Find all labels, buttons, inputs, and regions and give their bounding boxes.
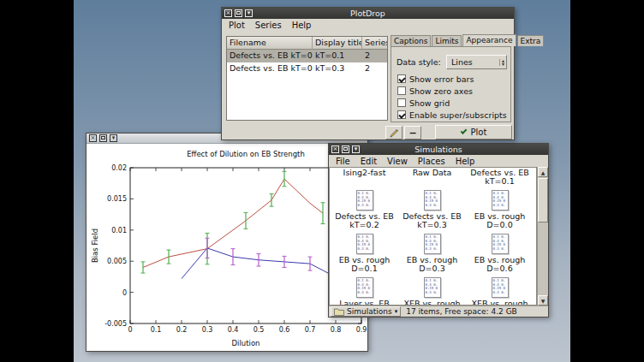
statusbar: Simulations ▾ 17 items, Free space: 4.2 …	[329, 306, 548, 317]
menu-view[interactable]: View	[382, 156, 413, 167]
data-style-value: Lines	[451, 57, 473, 67]
file-label: EB vs. rough D=0.6	[468, 256, 533, 273]
scroll-down-icon[interactable]: ▼	[538, 295, 548, 306]
file-item-xeb-rough-1[interactable]: 0.1 0. 0.4 0. 0.15 0 0.3 0. XEB vs. roug…	[398, 277, 466, 306]
svg-text:Bias Field: Bias Field	[91, 228, 99, 263]
window-menu-icon[interactable]: ▾	[110, 134, 117, 142]
table-row[interactable]: Defects vs. EB kT=0.3 kT=0.3 2	[227, 62, 387, 75]
cell-series: 2	[362, 62, 387, 75]
edit-series-button[interactable]	[385, 126, 402, 139]
column-header-filename[interactable]: Filename	[227, 37, 313, 50]
svg-text:0: 0	[128, 326, 132, 334]
svg-text:0.01: 0.01	[111, 227, 127, 234]
menu-plot[interactable]: Plot	[224, 20, 250, 31]
file-item-eb-rough-d03[interactable]: 0.1 0. 0.4 0. 0.15 0 0.3 0. EB vs. rough…	[398, 234, 466, 277]
window-menu-icon[interactable]: ▾	[352, 145, 360, 153]
document-preview-text: 0.1 0. 0.4 0. 0.15 0 0.3 0.	[358, 192, 372, 207]
file-label: Defects vs. EB kT=0.3	[400, 212, 465, 229]
svg-text:0.5: 0.5	[253, 326, 265, 334]
file-item-xeb-rough-2[interactable]: 0.1 0. 0.4 0. 0.15 0 0.3 0. XEB vs. roug…	[466, 277, 534, 306]
menu-help[interactable]: Help	[287, 20, 317, 31]
remove-series-button[interactable]: −	[404, 126, 421, 139]
plotdrop-titlebar[interactable]: × ▾ PlotDrop	[222, 8, 514, 19]
enable-superscripts-checkbox[interactable]: Enable super/subscripts	[397, 110, 507, 120]
data-style-combobox[interactable]: Lines ▴▾	[446, 55, 507, 69]
plotdrop-menubar: Plot Series Help	[222, 19, 514, 32]
svg-text:0.1: 0.1	[151, 326, 162, 334]
menu-help[interactable]: Help	[450, 156, 480, 167]
tab-captions[interactable]: Captions	[391, 35, 431, 46]
show-zero-axes-checkbox[interactable]: Show zero axes	[397, 86, 473, 96]
data-style-row: Data style: Lines ▴▾	[397, 55, 507, 69]
tab-extra[interactable]: Extra	[517, 35, 545, 46]
document-icon: 0.1 0. 0.4 0. 0.15 0 0.3 0.	[424, 277, 441, 298]
checkbox-icon	[397, 74, 406, 83]
cell-display-title: kT=0.1	[313, 50, 362, 62]
plot-button-label: Plot	[471, 128, 487, 137]
show-error-bars-checkbox[interactable]: Show error bars	[397, 74, 474, 84]
window-title: PlotDrop	[222, 9, 514, 18]
file-item-ising2-fast[interactable]: 0.1 0. 0.4 0. 0.15 0 0.3 0. Ising2-fast	[331, 167, 398, 190]
document-icon: 0.1 0. 0.4 0. 0.15 0 0.3 0.	[424, 234, 441, 254]
checkbox-icon	[397, 86, 406, 95]
file-list-viewport: 0.1 0. 0.4 0. 0.15 0 0.3 0. Ising2-fast …	[329, 167, 537, 306]
menu-edit[interactable]: Edit	[355, 156, 382, 167]
file-item-defects-kt03[interactable]: 0.1 0. 0.4 0. 0.15 0 0.3 0. Defects vs. …	[398, 190, 466, 234]
checkbox-icon	[397, 98, 406, 107]
plot-button[interactable]: Plot	[435, 125, 512, 139]
plotdrop-window: × ▾ PlotDrop Plot Series Help Filename D…	[221, 7, 515, 140]
file-label: XEB vs. rough	[403, 300, 460, 306]
svg-text:0.6: 0.6	[279, 326, 290, 334]
close-icon[interactable]: ×	[89, 134, 97, 142]
simulations-menubar: File Edit View Places Help	[329, 155, 548, 168]
svg-text:0.015: 0.015	[107, 195, 127, 203]
maximize-icon[interactable]	[99, 134, 107, 142]
close-icon[interactable]: ×	[331, 145, 339, 153]
checkbox-label: Show zero axes	[409, 86, 473, 96]
document-icon: 0.1 0. 0.4 0. 0.15 0 0.3 0.	[492, 234, 509, 254]
document-preview-text: 0.1 0. 0.4 0. 0.15 0 0.3 0.	[493, 235, 507, 251]
folder-icon	[334, 307, 344, 316]
document-preview-text: 0.1 0. 0.4 0. 0.15 0 0.3 0.	[493, 192, 507, 207]
simulations-window: × ▾ Simulations File Edit View Places He…	[328, 143, 549, 317]
vertical-scrollbar[interactable]: ▲ ▼	[537, 167, 548, 306]
tab-limits[interactable]: Limits	[432, 35, 462, 46]
check-icon	[460, 128, 467, 134]
file-item-raw-data[interactable]: 0.1 0. 0.4 0. 0.15 0 0.3 0. Raw Data	[398, 167, 466, 190]
location-combobox[interactable]: Simulations ▾	[331, 306, 401, 317]
document-preview-text: 0.1 0. 0.4 0. 0.15 0 0.3 0.	[426, 235, 439, 251]
table-row[interactable]: Defects vs. EB kT=0.1 kT=0.1 2	[227, 50, 387, 62]
file-item-eb-rough-d01[interactable]: 0.1 0. 0.4 0. 0.15 0 0.3 0. EB vs. rough…	[331, 234, 398, 277]
window-menu-icon[interactable]: ▾	[245, 9, 253, 17]
dilution-eb-chart: Effect of Dilution on EB StrengthDilutio…	[86, 144, 367, 350]
tab-appearance[interactable]: Appearance	[462, 34, 516, 46]
chart-area: Effect of Dilution on EB StrengthDilutio…	[86, 144, 367, 351]
maximize-icon[interactable]	[342, 145, 349, 153]
svg-text:0.9: 0.9	[356, 326, 367, 334]
file-item-layer-vs-eb[interactable]: 0.1 0. 0.4 0. 0.15 0 0.3 0. Layer vs. EB	[331, 277, 398, 306]
simulations-titlebar[interactable]: × ▾ Simulations	[329, 144, 548, 155]
document-preview-text: 0.1 0. 0.4 0. 0.15 0 0.3 0.	[426, 192, 439, 207]
scrollbar-thumb[interactable]	[538, 178, 548, 223]
scroll-up-icon[interactable]: ▲	[538, 167, 548, 177]
svg-text:0.02: 0.02	[111, 164, 127, 172]
svg-text:0.7: 0.7	[305, 326, 316, 334]
menu-series[interactable]: Series	[250, 20, 287, 31]
table-header-row: Filename Display title Series	[227, 37, 387, 50]
cell-filename: Defects vs. EB kT=0.3	[227, 62, 313, 75]
simulations-body: File Edit View Places Help 0.1 0. 0.4 0.…	[329, 155, 548, 317]
column-header-series[interactable]: Series	[362, 37, 387, 50]
chevron-down-icon: ▾	[395, 308, 398, 315]
maximize-icon[interactable]	[235, 9, 242, 17]
column-header-display-title[interactable]: Display title	[313, 37, 362, 50]
file-item-eb-rough-d00[interactable]: 0.1 0. 0.4 0. 0.15 0 0.3 0. EB vs. rough…	[466, 190, 534, 234]
file-item-defects-kt01[interactable]: 0.1 0. 0.4 0. 0.15 0 0.3 0. Defects vs. …	[466, 167, 534, 190]
show-grid-checkbox[interactable]: Show grid	[397, 98, 450, 108]
menu-places[interactable]: Places	[413, 156, 450, 167]
menu-file[interactable]: File	[331, 156, 355, 167]
file-item-defects-kt02[interactable]: 0.1 0. 0.4 0. 0.15 0 0.3 0. Defects vs. …	[331, 190, 398, 234]
file-item-eb-rough-d06[interactable]: 0.1 0. 0.4 0. 0.15 0 0.3 0. EB vs. rough…	[466, 234, 534, 277]
document-icon: 0.1 0. 0.4 0. 0.15 0 0.3 0.	[424, 190, 441, 211]
document-icon: 0.1 0. 0.4 0. 0.15 0 0.3 0.	[356, 190, 373, 211]
close-icon[interactable]: ×	[224, 9, 232, 17]
